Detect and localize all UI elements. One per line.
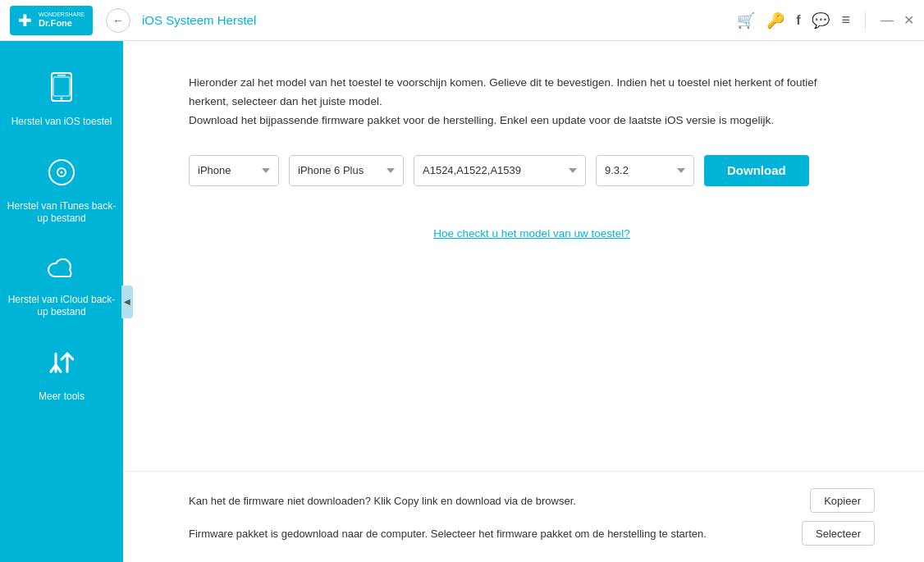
menu-icon[interactable]: ≡ [841,11,850,29]
footer-select-text: Firmware pakket is gedownload naar de co… [189,528,707,540]
close-button[interactable]: ✕ [903,12,914,28]
tools-icon [49,349,74,384]
facebook-icon[interactable]: f [796,13,800,28]
cloud-icon [47,255,76,287]
titlebar-divider [865,12,866,29]
sidebar-item-herstel-icloud[interactable]: Herstel van iCloud back-up bestand [0,240,123,334]
content-inner: Hieronder zal het model van het toestel … [123,41,924,471]
main-layout: Herstel van iOS toestel Herstel van iTun… [0,41,924,562]
music-icon [48,158,75,194]
check-model-link[interactable]: Hoe checkt u het model van uw toestel? [189,227,875,240]
page-title: iOS Systeem Herstel [142,13,737,27]
content-area: Hieronder zal het model van het toestel … [123,41,924,562]
svg-rect-3 [53,77,70,96]
select-firmware-button[interactable]: Selecteer [802,521,875,546]
sidebar-item-herstel-ios[interactable]: Herstel van iOS toestel [0,57,123,144]
chat-icon[interactable]: 💬 [812,11,830,30]
footer-row-copy: Kan het de firmware niet downloaden? Kli… [189,488,875,513]
svg-point-2 [61,98,63,100]
cart-icon[interactable]: 🛒 [737,11,755,30]
app-logo: ✚ wondershare Dr.Fone [10,6,93,35]
toolbar-icons: 🛒 🔑 f 💬 ≡ — ✕ [737,11,914,30]
sidebar-item-herstel-itunes[interactable]: Herstel van iTunes back-up bestand [0,144,123,240]
selectors-row: iPhone iPad iPod iPhone 6 Plus iPhone 6 … [189,155,875,186]
titlebar: ✚ wondershare Dr.Fone ← iOS Systeem Hers… [0,0,924,41]
sidebar-item-label-tools: Meer tools [39,391,85,404]
back-button[interactable]: ← [106,8,130,33]
logo-product: Dr.Fone [39,18,85,29]
svg-point-6 [61,171,63,173]
sidebar-item-label-icloud: Herstel van iCloud back-up bestand [7,294,117,319]
phone-icon [49,72,74,109]
info-text: Hieronder zal het model van het toestel … [189,74,829,130]
model-dropdown[interactable]: iPhone 6 Plus iPhone 6 iPhone 5s iPhone … [289,155,404,186]
sidebar: Herstel van iOS toestel Herstel van iTun… [0,41,123,562]
logo-brand: wondershare [39,11,85,18]
footer-row-select: Firmware pakket is gedownload naar de co… [189,521,875,546]
sidebar-item-label-ios: Herstel van iOS toestel [11,116,112,129]
version-dropdown[interactable]: 9.3.2 9.3.1 9.3 9.2.1 [596,155,694,186]
key-icon[interactable]: 🔑 [766,11,784,30]
footer-section: Kan het de firmware niet downloaden? Kli… [123,471,924,562]
variant-dropdown[interactable]: A1524,A1522,A1539 A1549,A1586,A1589 [414,155,586,186]
device-dropdown[interactable]: iPhone iPad iPod [189,155,279,186]
copy-link-button[interactable]: Kopieer [810,488,875,513]
footer-copy-text: Kan het de firmware niet downloaden? Kli… [189,495,576,507]
sidebar-collapse-button[interactable]: ◀ [121,286,133,318]
window-buttons: — ✕ [881,12,914,28]
sidebar-item-meer-tools[interactable]: Meer tools [0,334,123,418]
minimize-button[interactable]: — [881,13,894,28]
logo-icon: ✚ [18,11,32,30]
download-button[interactable]: Download [704,155,809,186]
sidebar-item-label-itunes: Herstel van iTunes back-up bestand [7,200,117,226]
svg-rect-1 [57,75,66,76]
